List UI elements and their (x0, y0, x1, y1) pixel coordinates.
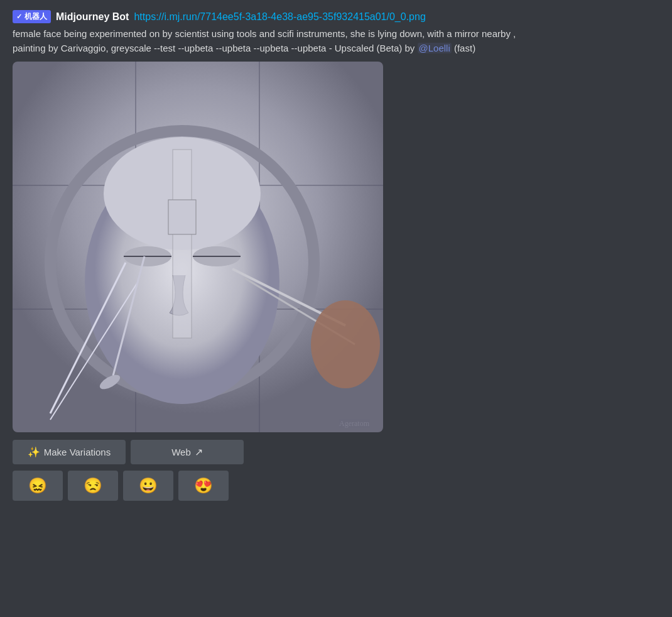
web-button[interactable]: Web ↗ (131, 440, 244, 464)
make-variations-button[interactable]: ✨ Make Variations (13, 440, 126, 464)
ai-generated-image: Ageratom (13, 62, 383, 432)
bot-name: Midjourney Bot (56, 11, 129, 23)
emoji-4-symbol: 😍 (194, 477, 213, 494)
emoji-reactions-row: 😖 😒 😀 😍 (13, 471, 659, 501)
message-container: 机器人 Midjourney Bot https://i.mj.run/7714… (0, 0, 672, 511)
bot-badge-label: 机器人 (24, 11, 47, 22)
image-canvas: Ageratom (13, 62, 383, 432)
emoji-button-1[interactable]: 😖 (13, 471, 63, 501)
message-body: female face being experimented on by sci… (13, 27, 528, 55)
svg-text:Ageratom: Ageratom (339, 419, 370, 428)
emoji-2-symbol: 😒 (84, 477, 102, 494)
make-variations-label: Make Variations (44, 447, 111, 457)
svg-rect-18 (168, 200, 196, 234)
web-label: Web (171, 447, 191, 457)
suffix-text: - Upscaled (Beta) by (329, 43, 418, 53)
svg-rect-17 (173, 150, 192, 338)
emoji-1-symbol: 😖 (28, 477, 47, 494)
svg-point-16 (311, 300, 380, 388)
user-mention: @Loelli (418, 43, 452, 53)
image-svg: Ageratom (13, 62, 383, 432)
bot-header: 机器人 Midjourney Bot https://i.mj.run/7714… (13, 10, 659, 23)
make-variations-icon: ✨ (28, 446, 40, 458)
emoji-button-2[interactable]: 😒 (68, 471, 118, 501)
speed-text: (fast) (454, 43, 475, 53)
emoji-3-symbol: 😀 (139, 477, 158, 494)
image-url-link[interactable]: https://i.mj.run/7714ee5f-3a18-4e38-ae95… (134, 11, 425, 23)
bot-badge: 机器人 (13, 10, 51, 23)
action-buttons-row: ✨ Make Variations Web ↗ (13, 440, 659, 464)
external-link-icon: ↗ (195, 446, 203, 458)
emoji-button-3[interactable]: 😀 (123, 471, 173, 501)
emoji-button-4[interactable]: 😍 (178, 471, 229, 501)
